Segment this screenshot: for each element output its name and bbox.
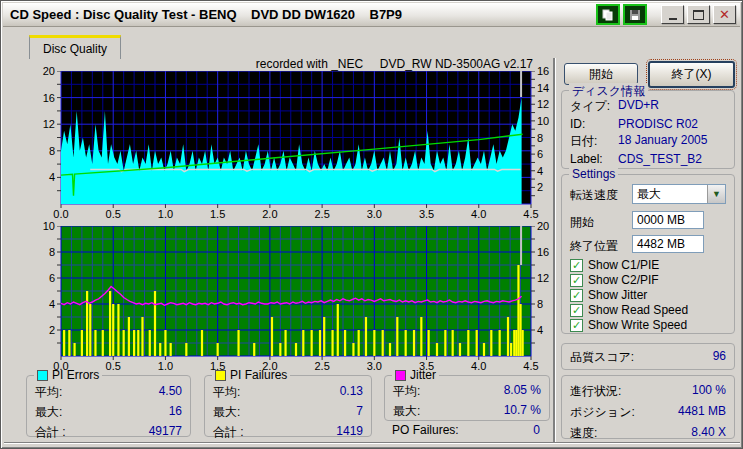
jitter-avg-label: 平均:: [393, 383, 420, 400]
pi-errors-avg-label: 平均:: [35, 384, 62, 401]
copy-icon-glyph: [602, 9, 614, 21]
app-window: CD Speed : Disc Quality Test - BENQ DVD …: [0, 0, 743, 449]
pi-failures-jitter-chart: [55, 226, 539, 361]
axis-tick-label: 20: [27, 65, 55, 77]
pi-failures-legend-box: PI Failures 平均: 0.13 最大: 7 合計 : 1419: [204, 375, 372, 437]
chevron-down-icon[interactable]: ▼: [707, 185, 725, 203]
checkbox-show-write-speed[interactable]: ✓ Show Write Speed: [570, 318, 687, 332]
po-failures-row: PO Failures: 0: [384, 423, 548, 437]
axis-tick-label: 2.0: [256, 360, 284, 372]
title-bar: CD Speed : Disc Quality Test - BENQ DVD …: [3, 3, 740, 27]
disc-id-label: ID:: [570, 117, 618, 131]
position-label: ポジション:: [570, 404, 635, 421]
axis-tick-label: 6: [537, 148, 561, 160]
axis-tick-label: 12: [27, 118, 55, 130]
jitter-avg-value: 8.05 %: [504, 383, 541, 400]
checkbox-show-read-speed[interactable]: ✓ Show Read Speed: [570, 303, 688, 317]
checkmark-icon: ✓: [570, 274, 583, 287]
axis-tick-label: 6: [27, 272, 55, 284]
checkmark-icon: ✓: [570, 289, 583, 302]
start-position-label: 開始: [570, 214, 594, 231]
axis-tick-label: 3.5: [413, 360, 441, 372]
end-position-input[interactable]: 4482 MB: [632, 235, 704, 253]
titlebar-buttons: ✕: [596, 4, 740, 25]
axis-tick-label: 12: [537, 98, 561, 110]
pi-errors-legend-box: PI Errors 平均: 4.50 最大: 16 合計 : 49177: [26, 375, 191, 437]
axis-tick-label: 0.5: [99, 360, 127, 372]
start-position-input[interactable]: 0000 MB: [632, 211, 704, 229]
pi-errors-avg-value: 4.50: [159, 384, 182, 401]
axis-tick-label: 1.5: [204, 360, 232, 372]
settings-box: Settings 転送速度 最大 ▼ 開始 0000 MB 終了位置 4482 …: [561, 174, 735, 334]
axis-tick-label: 2.0: [256, 208, 284, 220]
checkbox-show-c1-pie[interactable]: ✓ Show C1/PIE: [570, 258, 659, 272]
close-button[interactable]: ✕: [713, 5, 736, 24]
window-title: CD Speed : Disc Quality Test - BENQ DVD …: [3, 7, 402, 22]
checkbox-show-c2-pif[interactable]: ✓ Show C2/PIF: [570, 273, 659, 287]
pi-failures-avg-label: 平均:: [213, 384, 240, 401]
jitter-legend-box: Jitter 平均: 8.05 % 最大: 10.7 %: [384, 375, 550, 421]
disc-type-value: DVD+R: [618, 98, 659, 115]
copy-icon[interactable]: [596, 4, 620, 25]
axis-tick-label: 0.5: [99, 208, 127, 220]
axis-tick-label: 0.0: [47, 360, 75, 372]
exit-button[interactable]: 終了(X): [648, 61, 735, 88]
axis-tick-label: 4: [27, 171, 55, 183]
tab-label: Disc Quality: [43, 42, 107, 56]
recorded-with-note: recorded with _NEC DVD_RW ND-3500AG v2.1…: [201, 57, 533, 71]
pi-errors-chart: [55, 71, 539, 209]
axis-tick-label: 8: [537, 298, 561, 310]
jitter-max-label: 最大:: [393, 403, 420, 420]
axis-tick-label: 4.5: [517, 208, 545, 220]
tab-disc-quality[interactable]: Disc Quality: [29, 35, 121, 59]
disc-type-label: タイプ:: [570, 98, 618, 115]
pi-errors-max-label: 最大:: [35, 404, 62, 421]
speed-label: 速度:: [570, 425, 597, 442]
axis-tick-label: 8: [27, 246, 55, 258]
speed-value: 8.40 X: [691, 425, 726, 442]
save-icon[interactable]: [623, 4, 647, 25]
disc-info-title: ディスク情報: [569, 83, 648, 100]
start-button[interactable]: 開始: [564, 63, 638, 85]
axis-tick-label: 12: [537, 272, 561, 284]
save-icon-glyph: [629, 9, 641, 21]
po-failures-value: 0: [533, 423, 540, 437]
maximize-button[interactable]: [687, 5, 710, 24]
checkmark-icon: ✓: [570, 304, 583, 317]
disc-label-value: CDS_TEST_B2: [618, 152, 702, 166]
axis-tick-label: 16: [537, 65, 561, 77]
axis-tick-label: 3.0: [360, 208, 388, 220]
transfer-speed-label: 転送速度: [570, 187, 618, 204]
checkmark-icon: ✓: [570, 259, 583, 272]
pi-failures-total-value: 1419: [336, 424, 363, 441]
axis-tick-label: 14: [537, 82, 561, 94]
axis-tick-label: 2: [537, 181, 561, 193]
pi-errors-max-value: 16: [169, 404, 182, 421]
axis-tick-label: 1.0: [151, 208, 179, 220]
axis-tick-label: 4.5: [517, 360, 545, 372]
bottom-groove: [4, 442, 740, 444]
pi-failures-total-label: 合計 :: [213, 424, 244, 441]
axis-tick-label: 8: [27, 145, 55, 157]
axis-tick-label: 8: [537, 132, 561, 144]
axis-tick-label: 4.0: [465, 208, 493, 220]
axis-tick-label: 4: [537, 165, 561, 177]
minimize-button[interactable]: [661, 5, 684, 24]
axis-tick-label: 3.0: [360, 360, 388, 372]
checkbox-show-jitter[interactable]: ✓ Show Jitter: [570, 288, 647, 302]
checkmark-icon: ✓: [570, 319, 583, 332]
transfer-speed-value: 最大: [633, 186, 707, 203]
pi-errors-total-value: 49177: [149, 424, 182, 441]
pi-failures-avg-value: 0.13: [340, 384, 363, 401]
quality-score-box: 品質スコア: 96: [561, 343, 735, 370]
transfer-speed-select[interactable]: 最大 ▼: [632, 184, 726, 204]
end-position-label: 終了位置: [570, 238, 618, 255]
jitter-max-value: 10.7 %: [504, 403, 541, 420]
disc-date-label: 日付:: [570, 133, 618, 150]
disc-date-value: 18 January 2005: [618, 133, 707, 150]
axis-tick-label: 0.0: [47, 208, 75, 220]
axis-tick-label: 4: [27, 298, 55, 310]
axis-tick-label: 2: [27, 324, 55, 336]
axis-tick-label: 1.5: [204, 208, 232, 220]
quality-score-label: 品質スコア:: [570, 349, 634, 366]
